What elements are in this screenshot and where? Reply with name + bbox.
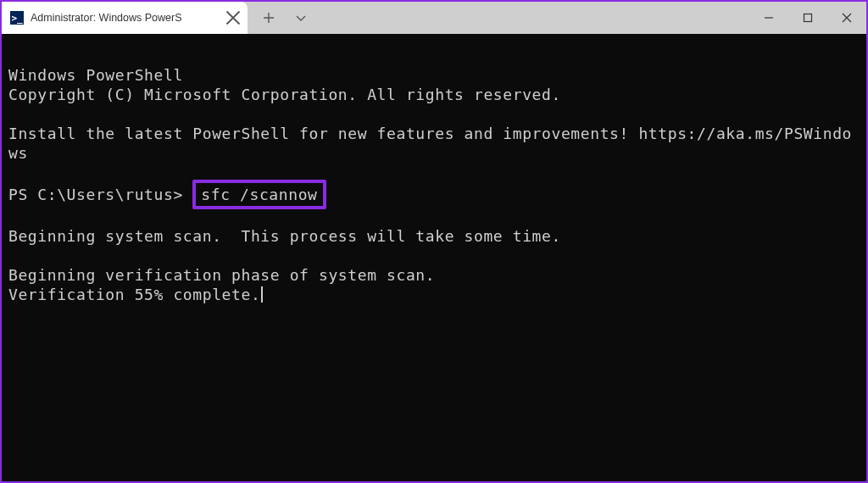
minimize-button[interactable] xyxy=(749,2,788,34)
prompt-text: PS C:\Users\rutus> xyxy=(8,186,192,203)
progress-text: Verification 55% complete. xyxy=(8,286,260,303)
text-cursor xyxy=(261,286,263,303)
output-line: Windows PowerShell xyxy=(8,65,860,85)
blank-line xyxy=(8,246,860,265)
tab-close-button[interactable] xyxy=(225,10,241,25)
svg-rect-0 xyxy=(804,14,812,22)
terminal-output[interactable]: Windows PowerShellCopyright (C) Microsof… xyxy=(2,34,866,481)
command-highlight: sfc /scannow xyxy=(192,180,326,209)
minimize-icon xyxy=(764,13,774,23)
output-line: Copyright (C) Microsoft Corporation. All… xyxy=(8,85,860,104)
output-line: Install the latest PowerShell for new fe… xyxy=(8,124,860,163)
titlebar[interactable]: >_ Administrator: Windows PowerS xyxy=(2,2,866,34)
tab-title: Administrator: Windows PowerS xyxy=(31,12,219,24)
plus-icon xyxy=(263,12,275,24)
chevron-down-icon xyxy=(295,12,307,24)
blank-line xyxy=(8,104,860,124)
prompt-line: PS C:\Users\rutus> sfc /scannow xyxy=(8,182,860,207)
close-icon xyxy=(842,13,852,23)
blank-line xyxy=(8,207,860,226)
app-window: >_ Administrator: Windows PowerS xyxy=(2,2,866,481)
new-tab-button[interactable] xyxy=(253,2,285,34)
maximize-icon xyxy=(803,13,813,23)
output-line: Verification 55% complete. xyxy=(8,285,860,304)
powershell-icon: >_ xyxy=(10,11,24,25)
maximize-button[interactable] xyxy=(788,2,827,34)
close-icon xyxy=(225,10,241,25)
output-line: Beginning system scan. This process will… xyxy=(8,226,860,246)
tab-dropdown-button[interactable] xyxy=(285,2,317,34)
blank-line xyxy=(8,163,860,182)
close-button[interactable] xyxy=(827,2,866,34)
tabstrip-controls xyxy=(248,2,317,34)
tab-powershell[interactable]: >_ Administrator: Windows PowerS xyxy=(2,2,248,34)
output-line: Beginning verification phase of system s… xyxy=(8,265,860,285)
window-controls xyxy=(749,2,866,34)
titlebar-drag-region[interactable] xyxy=(317,2,749,34)
